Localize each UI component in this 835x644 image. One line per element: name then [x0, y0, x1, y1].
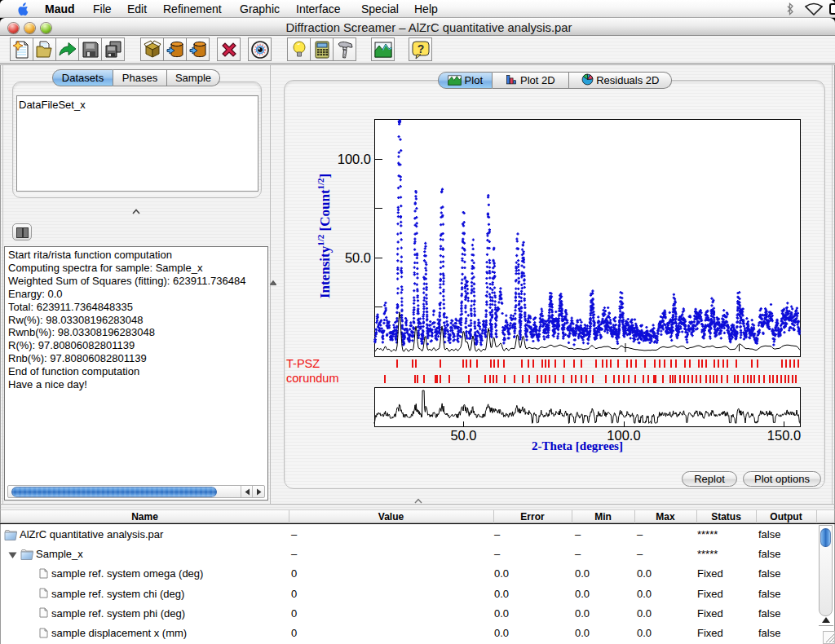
svg-text:100.0: 100.0: [338, 152, 371, 166]
svg-text:Intensity1/2 [Count1/2]: Intensity1/2 [Count1/2]: [316, 174, 333, 298]
svg-text:50.0: 50.0: [450, 428, 476, 443]
svg-text:50.0: 50.0: [345, 250, 371, 265]
svg-text:corundum: corundum: [286, 372, 338, 385]
svg-text:150.0: 150.0: [767, 428, 801, 443]
svg-text:T-PSZ: T-PSZ: [286, 357, 320, 370]
svg-text:?: ?: [418, 42, 425, 55]
svg-text:2-Theta [degrees]: 2-Theta [degrees]: [532, 439, 623, 452]
